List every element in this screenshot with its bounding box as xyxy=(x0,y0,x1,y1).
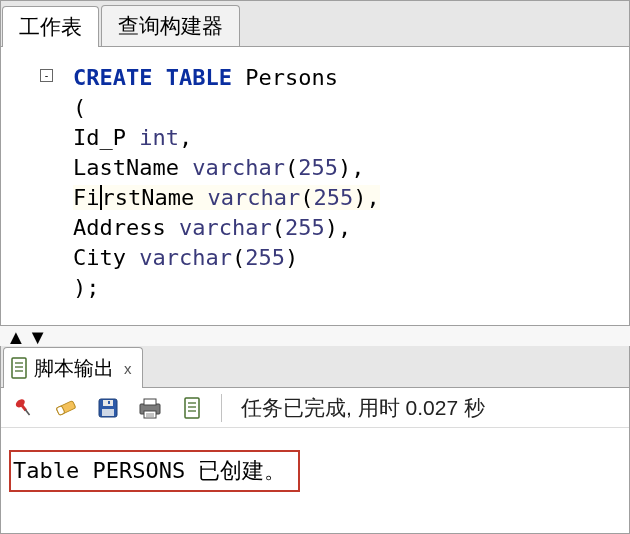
col4-type: varchar xyxy=(179,215,272,240)
fold-toggle-icon[interactable]: - xyxy=(40,69,53,82)
lparen: ( xyxy=(272,215,285,240)
col3-first: Fi xyxy=(73,185,100,210)
tab-querybuilder[interactable]: 查询构建器 xyxy=(101,5,240,46)
svg-rect-14 xyxy=(144,399,156,405)
col3-type: varchar xyxy=(207,185,300,210)
sql-doc-icon[interactable] xyxy=(179,395,205,421)
col1-name: Id_P xyxy=(73,125,126,150)
tab-script-output[interactable]: 脚本输出 x xyxy=(3,347,143,388)
lparen: ( xyxy=(300,185,313,210)
col3-rest: rstName xyxy=(102,185,195,210)
task-status: 任务已完成, 用时 0.027 秒 xyxy=(241,394,485,422)
output-pane: 脚本输出 x 任务已完成, 用时 0.027 秒 Table PERSONS 已… xyxy=(0,346,630,534)
col2-type: varchar xyxy=(192,155,285,180)
bottom-tabbar: 脚本输出 x xyxy=(1,346,629,388)
close-paren: ); xyxy=(73,275,100,300)
rparen: ) xyxy=(338,155,351,180)
kw-table: TABLE xyxy=(166,65,232,90)
save-icon[interactable] xyxy=(95,395,121,421)
toolbar-separator xyxy=(221,394,225,422)
rparen: ) xyxy=(353,185,366,210)
col3-size: 255 xyxy=(313,185,353,210)
comma: , xyxy=(351,155,364,180)
output-toolbar: 任务已完成, 用时 0.027 秒 xyxy=(1,388,629,428)
ident-table: Persons xyxy=(245,65,338,90)
svg-rect-12 xyxy=(108,401,110,404)
tab-script-output-label: 脚本输出 xyxy=(34,355,114,382)
rparen: ) xyxy=(325,215,338,240)
col5-type: varchar xyxy=(139,245,232,270)
rparen: ) xyxy=(285,245,298,270)
line-highlight: FirstName varchar(255), xyxy=(73,185,380,210)
open-paren: ( xyxy=(73,95,86,120)
lparen: ( xyxy=(232,245,245,270)
output-body: Table PERSONS 已创建。 xyxy=(1,428,629,533)
eraser-icon[interactable] xyxy=(53,395,79,421)
kw-create: CREATE xyxy=(73,65,152,90)
col4-name: Address xyxy=(73,215,166,240)
sql-editor[interactable]: CREATE TABLE Persons ( Id_P int, LastNam… xyxy=(61,47,629,325)
pin-icon[interactable] xyxy=(11,395,37,421)
output-message: Table PERSONS 已创建。 xyxy=(9,450,300,492)
svg-rect-6 xyxy=(25,409,31,416)
printer-icon[interactable] xyxy=(137,395,163,421)
svg-rect-18 xyxy=(185,398,199,418)
editor-gutter: - xyxy=(1,47,61,325)
col2-size: 255 xyxy=(298,155,338,180)
editor-pane: 工作表 查询构建器 - CREATE TABLE Persons ( Id_P … xyxy=(0,0,630,326)
col5-size: 255 xyxy=(245,245,285,270)
split-handle[interactable]: ▲▼ xyxy=(0,326,630,346)
close-icon[interactable]: x xyxy=(124,360,132,377)
comma: , xyxy=(366,185,379,210)
col4-size: 255 xyxy=(285,215,325,240)
top-tabbar: 工作表 查询构建器 xyxy=(1,5,629,47)
comma: , xyxy=(338,215,351,240)
svg-rect-0 xyxy=(12,358,26,378)
tab-worksheet[interactable]: 工作表 xyxy=(2,6,99,47)
svg-rect-11 xyxy=(102,409,114,416)
comma: , xyxy=(179,125,192,150)
editor-wrap: - CREATE TABLE Persons ( Id_P int, LastN… xyxy=(1,47,629,325)
col5-name: City xyxy=(73,245,126,270)
col1-type: int xyxy=(139,125,179,150)
script-doc-icon xyxy=(10,357,28,379)
lparen: ( xyxy=(285,155,298,180)
col2-name: LastName xyxy=(73,155,179,180)
